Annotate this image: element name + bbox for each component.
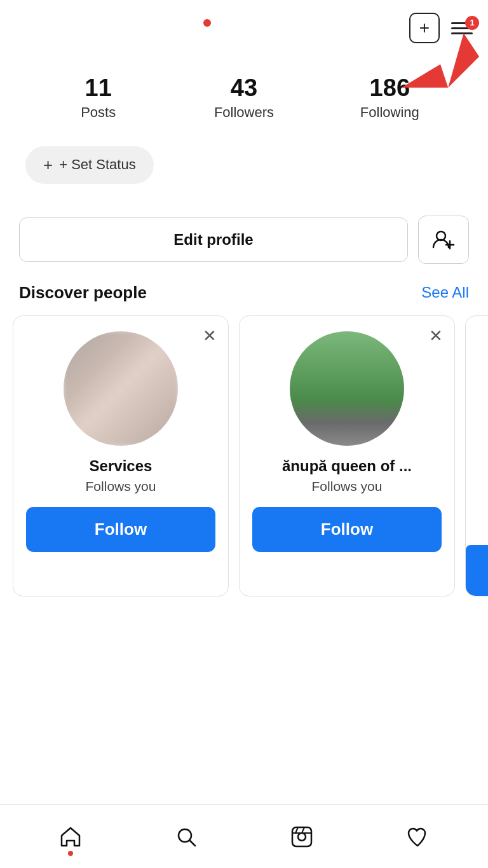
avatar — [290, 331, 404, 446]
set-status-button[interactable]: + + Set Status — [25, 146, 154, 184]
following-label: Following — [360, 104, 419, 121]
reels-icon — [287, 822, 317, 852]
avatar-image — [290, 331, 404, 446]
avatar — [64, 331, 178, 446]
heart-icon — [402, 822, 433, 852]
discover-header: Discover people See All — [0, 277, 488, 315]
people-cards: ✕ Services Follows you Follow ✕ ănupă qu… — [0, 315, 488, 596]
active-dot — [68, 851, 73, 856]
edit-profile-area: Edit profile — [0, 190, 488, 277]
avatar-image — [64, 331, 178, 446]
person-name: ănupă queen of ... — [282, 457, 412, 475]
plus-icon: + — [43, 155, 53, 175]
svg-line-11 — [302, 827, 304, 833]
svg-line-6 — [190, 840, 196, 846]
card-close-button[interactable]: ✕ — [203, 327, 217, 344]
follow-button[interactable]: Follow — [252, 507, 442, 552]
nav-item-search[interactable] — [171, 822, 201, 852]
add-person-icon — [432, 228, 455, 251]
home-icon — [55, 822, 86, 852]
add-post-button[interactable] — [409, 13, 440, 43]
stats-row: 11 Posts 43 Followers 186 Following — [0, 56, 488, 134]
notification-dot — [203, 19, 211, 27]
posts-count: 11 — [85, 75, 112, 102]
header: 1 — [0, 0, 488, 50]
menu-bar — [451, 32, 473, 34]
nav-item-home[interactable] — [55, 822, 86, 852]
follows-you-label: Follows you — [86, 479, 156, 494]
posts-label: Posts — [81, 104, 116, 121]
card-close-button[interactable]: ✕ — [429, 327, 443, 344]
following-count: 186 — [370, 75, 410, 102]
followers-stat[interactable]: 43 Followers — [171, 75, 316, 121]
bottom-nav — [0, 804, 488, 868]
add-person-button[interactable] — [418, 216, 469, 264]
person-card-partial — [465, 315, 488, 596]
svg-line-10 — [295, 827, 298, 833]
follows-you-label: Follows you — [312, 479, 383, 494]
nav-item-reels[interactable] — [287, 822, 317, 852]
followers-count: 43 — [231, 75, 257, 102]
set-status-label: + Set Status — [59, 156, 135, 173]
discover-title: Discover people — [19, 283, 147, 303]
see-all-link[interactable]: See All — [421, 284, 469, 301]
svg-point-8 — [298, 833, 306, 841]
nav-item-likes[interactable] — [402, 822, 433, 852]
search-icon — [171, 822, 201, 852]
person-name: Services — [90, 457, 152, 475]
set-status-area: + + Set Status — [0, 134, 488, 190]
person-card: ✕ Services Follows you Follow — [13, 315, 229, 596]
notification-badge: 1 — [465, 16, 479, 30]
edit-profile-button[interactable]: Edit profile — [19, 217, 408, 262]
partial-follow-button — [466, 545, 488, 596]
person-card: ✕ ănupă queen of ... Follows you Follow — [239, 315, 455, 596]
posts-stat[interactable]: 11 Posts — [25, 75, 171, 121]
svg-rect-7 — [292, 827, 311, 846]
header-icons: 1 — [409, 13, 473, 43]
followers-label: Followers — [214, 104, 274, 121]
follow-button[interactable]: Follow — [26, 507, 215, 552]
menu-button[interactable]: 1 — [451, 22, 473, 34]
following-stat[interactable]: 186 Following — [317, 75, 463, 121]
